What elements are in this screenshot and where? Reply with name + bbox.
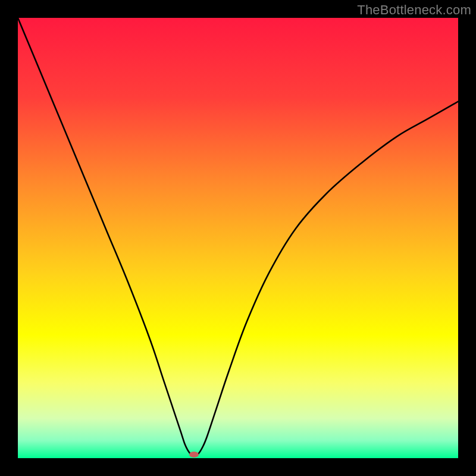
gradient-background (18, 18, 458, 458)
chart-frame: TheBottleneck.com (0, 0, 476, 476)
watermark-text: TheBottleneck.com (357, 2, 471, 18)
chart-svg (18, 18, 458, 458)
optimum-marker (189, 452, 199, 458)
plot-area (18, 18, 458, 458)
